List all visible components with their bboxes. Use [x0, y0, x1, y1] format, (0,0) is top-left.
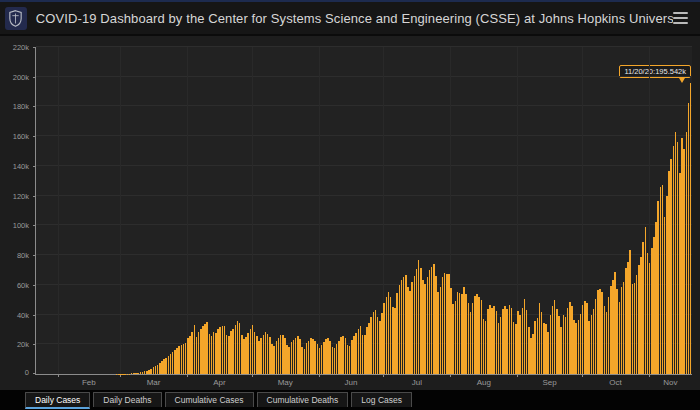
- chart-tooltip-caret: [679, 78, 685, 83]
- tab-cumulative-deaths[interactable]: Cumulative Deaths: [257, 392, 349, 407]
- jhu-shield-icon: [5, 7, 27, 30]
- x-axis-label: May: [278, 378, 293, 387]
- app-window: COVID-19 Dashboard by the Center for Sys…: [0, 0, 700, 410]
- x-axis-label: Jun: [345, 378, 358, 387]
- x-axis-tick: [582, 374, 583, 377]
- tab-daily-deaths[interactable]: Daily Deaths: [93, 392, 161, 407]
- hamburger-menu-icon[interactable]: [673, 12, 688, 24]
- x-axis-label: Jul: [412, 378, 422, 387]
- app-header: COVID-19 Dashboard by the Center for Sys…: [0, 0, 700, 34]
- x-axis-tick: [517, 374, 518, 377]
- v-gridline: [319, 47, 320, 374]
- y-axis-label: 120k: [13, 191, 36, 200]
- x-axis-tick: [450, 374, 451, 377]
- x-axis-tick: [319, 374, 320, 377]
- x-axis-tick: [383, 374, 384, 377]
- x-axis-label: Oct: [609, 378, 621, 387]
- y-axis-label: 140k: [13, 161, 36, 170]
- x-axis-label: Nov: [663, 378, 677, 387]
- h-gridline: [36, 76, 692, 77]
- h-gridline: [36, 195, 692, 196]
- v-gridline: [187, 47, 188, 374]
- x-axis-label: Mar: [147, 378, 161, 387]
- chart-panel: 11/20/20:195.542k 020k40k60k80k100k120k1…: [0, 36, 700, 390]
- y-axis-label: 200k: [13, 72, 36, 81]
- y-axis-label: 80k: [17, 251, 36, 260]
- h-gridline: [36, 46, 692, 47]
- x-axis-tick: [187, 374, 188, 377]
- tab-log-cases[interactable]: Log Cases: [351, 392, 412, 407]
- h-gridline: [36, 105, 692, 106]
- y-axis-label: 160k: [13, 132, 36, 141]
- v-gridline: [58, 47, 59, 374]
- page-title: COVID-19 Dashboard by the Center for Sys…: [36, 11, 673, 26]
- tab-daily-cases[interactable]: Daily Cases: [25, 392, 90, 409]
- h-gridline: [36, 165, 692, 166]
- y-axis-label: 20k: [17, 340, 36, 349]
- x-axis-tick: [120, 374, 121, 377]
- x-axis-tick: [649, 374, 650, 377]
- tab-bar: Daily Cases Daily Deaths Cumulative Case…: [0, 390, 700, 410]
- y-axis-label: 180k: [13, 102, 36, 111]
- x-axis-label: Apr: [213, 378, 225, 387]
- h-gridline: [36, 284, 692, 285]
- x-axis-tick: [58, 374, 59, 377]
- daily-cases-bar[interactable]: [690, 83, 692, 374]
- tab-cumulative-cases[interactable]: Cumulative Cases: [165, 392, 254, 407]
- h-gridline: [36, 224, 692, 225]
- daily-cases-bar-chart[interactable]: 11/20/20:195.542k 020k40k60k80k100k120k1…: [35, 47, 692, 375]
- y-axis-label: 40k: [17, 310, 36, 319]
- h-gridline: [36, 135, 692, 136]
- x-axis-label: Sep: [542, 378, 556, 387]
- x-axis-tick: [252, 374, 253, 377]
- v-gridline: [120, 47, 121, 374]
- y-axis-label: 60k: [17, 280, 36, 289]
- x-axis-label: Aug: [477, 378, 491, 387]
- x-axis-label: Feb: [82, 378, 96, 387]
- h-gridline: [36, 254, 692, 255]
- y-axis-label: 100k: [13, 221, 36, 230]
- y-axis-label: 220k: [13, 43, 36, 52]
- y-axis-label: 0: [25, 368, 36, 377]
